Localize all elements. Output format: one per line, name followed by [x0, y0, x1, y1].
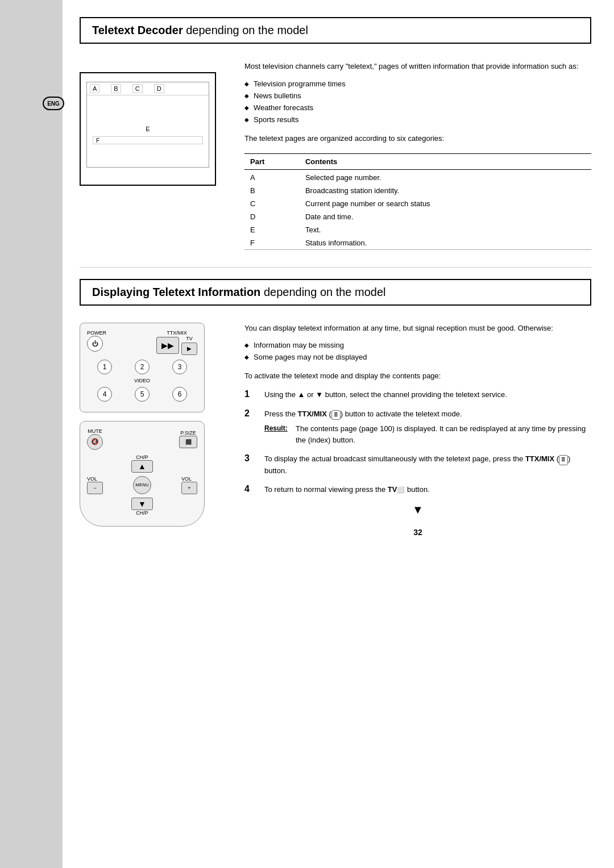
- mute-button[interactable]: 🔇: [87, 434, 103, 450]
- bullet-item: News bulletins: [244, 91, 591, 100]
- chp-up-section: CH/P ▲: [87, 454, 197, 473]
- video-label: VIDEO: [134, 378, 150, 383]
- part-f: F: [244, 236, 300, 250]
- table-row: C Current page number or search status: [244, 197, 591, 210]
- content-b: Broadcasting station identity.: [300, 184, 591, 197]
- remote1-numpad2: 4 5 6: [87, 387, 197, 402]
- activate-intro: To activate the teletext mode and displa…: [244, 370, 591, 382]
- tv-button[interactable]: ▶: [181, 343, 197, 355]
- psize-label: P.SIZE: [179, 430, 197, 436]
- section1-bullets: Television programme times News bulletin…: [244, 80, 591, 124]
- page-number: 32: [244, 528, 591, 537]
- step2: 2 Press the TTX/MIX (≣) button to activa…: [244, 408, 591, 446]
- step3-num: 3: [244, 453, 256, 464]
- chp-up-button[interactable]: ▲: [131, 460, 153, 473]
- part-c: C: [244, 197, 300, 210]
- section1-content: A B C D E F Most television channels car…: [80, 61, 591, 250]
- remote1-top: POWER ⏻ TTX/MIX ▶▶ TV ▶: [87, 330, 197, 355]
- step4-num: 4: [244, 484, 256, 494]
- tv-label-d: D: [154, 84, 164, 93]
- tv-label: TV: [181, 336, 197, 341]
- bullet-item: Information may be missing: [244, 341, 591, 349]
- power-label: POWER: [87, 330, 106, 336]
- chp-down-button[interactable]: ▼: [131, 498, 153, 510]
- tv-label-e: E: [146, 126, 150, 132]
- tv-screen: A B C D E F: [86, 82, 209, 168]
- tv-diagram: A B C D E F: [80, 72, 216, 186]
- chp-down-section: ▼ CH/P: [87, 498, 197, 516]
- col-contents-header: Contents: [300, 153, 591, 169]
- psize-button[interactable]: ⬛: [179, 436, 197, 448]
- tv-row-header: A B C D: [87, 82, 209, 95]
- step2-num: 2: [244, 408, 256, 419]
- remote1-diagram: POWER ⏻ TTX/MIX ▶▶ TV ▶: [80, 323, 205, 412]
- remote1-row2: VIDEO: [87, 378, 197, 383]
- bottom-arrow: ▼: [244, 503, 591, 516]
- vol-minus-section: VOL −: [87, 476, 103, 494]
- psize-section: P.SIZE ⬛: [179, 430, 197, 448]
- step2-content: Press the TTX/MIX (≣) button to activate…: [264, 408, 591, 446]
- mute-section: MUTE 🔇: [87, 428, 103, 450]
- table-row: E Text.: [244, 223, 591, 236]
- content-area: Teletext Decoder depending on the model …: [63, 0, 614, 571]
- remote2-diagram: MUTE 🔇 P.SIZE ⬛ CH/P ▲: [80, 421, 205, 527]
- part-a: A: [244, 169, 300, 184]
- bullet-item: Sports results: [244, 115, 591, 124]
- page: ENG Teletext Decoder depending on the mo…: [0, 0, 614, 868]
- info-table: Part Contents A Selected page number. B …: [244, 153, 591, 250]
- bullet-item: Weather forecasts: [244, 103, 591, 112]
- section1-intro: Most television channels carry "teletext…: [244, 61, 591, 73]
- ttxmix-button[interactable]: ▶▶: [156, 337, 179, 354]
- chp-down-label: CH/P: [87, 510, 197, 516]
- num3-button[interactable]: 3: [172, 360, 187, 374]
- power-button[interactable]: ⏻: [87, 336, 103, 352]
- vol-minus-label: VOL: [87, 476, 103, 482]
- remote2-top: MUTE 🔇 P.SIZE ⬛: [87, 428, 197, 450]
- step2-result: Result: The contents page (page 100) is …: [264, 423, 591, 445]
- section-divider: [80, 267, 591, 268]
- tv-label-b: B: [111, 84, 121, 93]
- vol-plus-section: VOL +: [181, 476, 197, 494]
- eng-label: ENG: [47, 101, 60, 107]
- left-sidebar: [0, 0, 63, 868]
- step1-content: Using the ▲ or ▼ button, select the chan…: [264, 389, 591, 400]
- section2-bullets: Information may be missing Some pages ma…: [244, 341, 591, 361]
- section1-left: A B C D E F: [80, 61, 227, 250]
- content-a: Selected page number.: [300, 169, 591, 184]
- remote1-ttx-section: TTX/MIX ▶▶ TV ▶: [156, 330, 197, 355]
- ttxmix-label: TTX/MIX: [156, 330, 197, 336]
- vol-minus-button[interactable]: −: [87, 482, 103, 494]
- part-e: E: [244, 223, 300, 236]
- section2-intro: You can display teletext information at …: [244, 323, 591, 335]
- part-b: B: [244, 184, 300, 197]
- bullet-item: Some pages may not be displayed: [244, 353, 591, 361]
- section2-content: POWER ⏻ TTX/MIX ▶▶ TV ▶: [80, 323, 591, 537]
- section2-title-normal: depending on the model: [260, 286, 385, 298]
- table-row: B Broadcasting station identity.: [244, 184, 591, 197]
- step3: 3 To display the actual broadcast simult…: [244, 453, 591, 476]
- section2-left: POWER ⏻ TTX/MIX ▶▶ TV ▶: [80, 323, 227, 537]
- section1-title-normal: depending on the model: [183, 24, 308, 36]
- section2-right: You can display teletext information at …: [244, 323, 591, 537]
- result-text: The contents page (page 100) is displaye…: [296, 423, 591, 445]
- content-e: Text.: [300, 223, 591, 236]
- col-part-header: Part: [244, 153, 300, 169]
- num2-button[interactable]: 2: [135, 360, 150, 374]
- step3-content: To display the actual broadcast simultan…: [264, 453, 591, 476]
- bullet-item: Television programme times: [244, 80, 591, 88]
- tv-label-a: A: [90, 84, 99, 93]
- tv-label-c: C: [132, 84, 143, 93]
- eng-badge: ENG: [43, 97, 64, 110]
- num5-button[interactable]: 5: [135, 387, 150, 402]
- num1-button[interactable]: 1: [97, 360, 112, 374]
- mute-label: MUTE: [87, 428, 103, 434]
- num6-button[interactable]: 6: [172, 387, 187, 402]
- section1-title: Teletext Decoder depending on the model: [92, 24, 579, 37]
- remote1-numpad: 1 2 3: [87, 360, 197, 374]
- menu-section: MENU: [133, 476, 151, 494]
- menu-button[interactable]: MENU: [133, 476, 151, 494]
- vol-plus-button[interactable]: +: [181, 482, 197, 494]
- num4-button[interactable]: 4: [97, 387, 112, 402]
- section2-header: Displaying Teletext Information dependin…: [80, 279, 591, 306]
- table-row: D Date and time.: [244, 210, 591, 223]
